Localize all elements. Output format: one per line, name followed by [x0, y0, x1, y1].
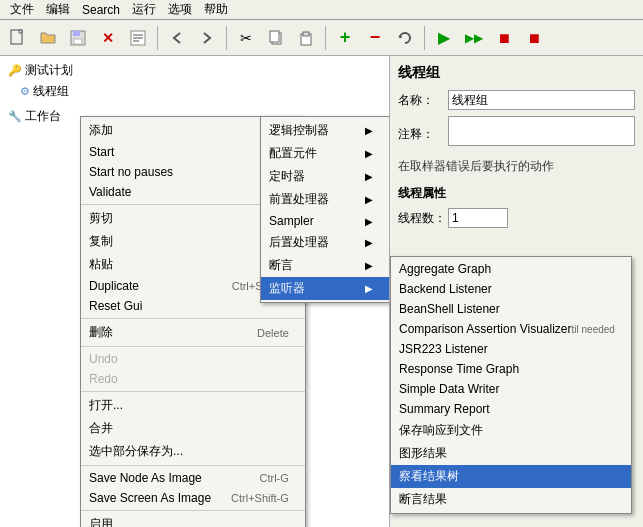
listener-jsr223[interactable]: JSR223 Listener — [391, 339, 631, 359]
workbench-icon: 🔧 — [8, 110, 22, 123]
svg-rect-9 — [270, 31, 279, 42]
submenu-sampler[interactable]: Sampler ▶ — [261, 211, 389, 231]
run-button[interactable]: ▶ — [430, 24, 458, 52]
separator-2 — [226, 26, 227, 50]
remove-button[interactable]: − — [361, 24, 389, 52]
stop-all-button[interactable]: ⏹ — [520, 24, 548, 52]
listener-graph-results[interactable]: 图形结果 — [391, 442, 631, 465]
left-panel: 🔑 测试计划 ⚙ 线程组 🔧 工作台 添加 ▶ Start Start no p — [0, 56, 390, 527]
listener-view-results-tree[interactable]: 察看结果树 — [391, 465, 631, 488]
add-button[interactable]: + — [331, 24, 359, 52]
ctx-save-node-image[interactable]: Save Node As Image Ctrl-G — [81, 468, 305, 488]
menu-file[interactable]: 文件 — [4, 0, 40, 20]
ctx-sep-3 — [81, 346, 305, 347]
comment-label: 注释： — [398, 126, 448, 143]
thread-count-label: 线程数： — [398, 210, 448, 227]
stop-button[interactable]: ⏹ — [490, 24, 518, 52]
toolbar: ✕ ✂ + − ▶ ▶▶ ⏹ ⏹ — [0, 20, 643, 56]
ctx-undo: Undo — [81, 349, 305, 369]
submenu-listener[interactable]: 监听器 ▶ — [261, 277, 389, 300]
copy-button[interactable] — [262, 24, 290, 52]
listener-beanshell[interactable]: BeanShell Listener — [391, 299, 631, 319]
listener-arrow-icon: ▶ — [365, 283, 373, 294]
ctx-sep-4 — [81, 391, 305, 392]
ctx-redo: Redo — [81, 369, 305, 389]
ctx-sep-6 — [81, 510, 305, 511]
listener-aggregate-graph[interactable]: Aggregate Graph — [391, 259, 631, 279]
pre-arrow-icon: ▶ — [365, 194, 373, 205]
save-button[interactable] — [64, 24, 92, 52]
submenu-config-element[interactable]: 配置元件 ▶ — [261, 142, 389, 165]
ctx-sep-2 — [81, 318, 305, 319]
menu-edit[interactable]: 编辑 — [40, 0, 76, 20]
cut-button[interactable]: ✂ — [232, 24, 260, 52]
test-plan-icon: 🔑 — [8, 64, 22, 77]
thread-props-title: 线程属性 — [398, 185, 635, 202]
new-button[interactable] — [4, 24, 32, 52]
ctx-enable[interactable]: 启用 — [81, 513, 305, 527]
submenu-assertion[interactable]: 断言 ▶ — [261, 254, 389, 277]
separator-1 — [157, 26, 158, 50]
listener-assertion-results[interactable]: 断言结果 — [391, 488, 631, 511]
listener-comparison[interactable]: Comparison Assertion Visualizer til need… — [391, 319, 631, 339]
ctx-save-screen-image[interactable]: Save Screen As Image Ctrl+Shift-G — [81, 488, 305, 508]
menu-run[interactable]: 运行 — [126, 0, 162, 20]
edit-button[interactable] — [124, 24, 152, 52]
action-note: 在取样器错误后要执行的动作 — [398, 158, 635, 175]
ctx-save-part[interactable]: 选中部分保存为... — [81, 440, 305, 463]
refresh-button[interactable] — [391, 24, 419, 52]
listener-backend[interactable]: Backend Listener — [391, 279, 631, 299]
separator-4 — [424, 26, 425, 50]
submenu-post-processor[interactable]: 后置处理器 ▶ — [261, 231, 389, 254]
back-button[interactable] — [163, 24, 191, 52]
menu-options[interactable]: 选项 — [162, 0, 198, 20]
menu-search[interactable]: Search — [76, 1, 126, 19]
forward-button[interactable] — [193, 24, 221, 52]
name-row: 名称： — [398, 90, 635, 110]
listener-response-time[interactable]: Response Time Graph — [391, 359, 631, 379]
tree-item-test-plan[interactable]: 🔑 测试计划 — [4, 60, 385, 81]
ctx-sep-5 — [81, 465, 305, 466]
tree-item-thread-group[interactable]: ⚙ 线程组 — [4, 81, 385, 102]
paste-button[interactable] — [292, 24, 320, 52]
run-no-stop-button[interactable]: ▶▶ — [460, 24, 488, 52]
menu-help[interactable]: 帮助 — [198, 0, 234, 20]
thread-group-icon: ⚙ — [20, 85, 30, 98]
sampler-arrow-icon: ▶ — [365, 216, 373, 227]
thread-count-row: 线程数： — [398, 208, 635, 228]
comment-row: 注释： — [398, 116, 635, 152]
menubar: 文件 编辑 Search 运行 选项 帮助 — [0, 0, 643, 20]
logic-arrow-icon: ▶ — [365, 125, 373, 136]
ctx-delete[interactable]: 删除 Delete — [81, 321, 305, 344]
open-button[interactable] — [34, 24, 62, 52]
config-arrow-icon: ▶ — [365, 148, 373, 159]
assertion-arrow-icon: ▶ — [365, 260, 373, 271]
submenu-listener: Aggregate Graph Backend Listener BeanShe… — [390, 256, 632, 514]
submenu-add: 逻辑控制器 ▶ 配置元件 ▶ 定时器 ▶ 前置处理器 ▶ Sampler ▶ 后… — [260, 116, 390, 303]
post-arrow-icon: ▶ — [365, 237, 373, 248]
separator-3 — [325, 26, 326, 50]
submenu-pre-processor[interactable]: 前置处理器 ▶ — [261, 188, 389, 211]
panel-title: 线程组 — [398, 64, 635, 82]
listener-simple-data[interactable]: Simple Data Writer — [391, 379, 631, 399]
submenu-timer[interactable]: 定时器 ▶ — [261, 165, 389, 188]
listener-save-response[interactable]: 保存响应到文件 — [391, 419, 631, 442]
close-button[interactable]: ✕ — [94, 24, 122, 52]
name-label: 名称： — [398, 92, 448, 109]
svg-rect-11 — [303, 32, 309, 36]
ctx-open[interactable]: 打开... — [81, 394, 305, 417]
timer-arrow-icon: ▶ — [365, 171, 373, 182]
comment-input[interactable] — [448, 116, 635, 146]
submenu-logic-controller[interactable]: 逻辑控制器 ▶ — [261, 119, 389, 142]
til-needed-label: til needed — [572, 324, 615, 335]
svg-rect-2 — [73, 31, 80, 36]
thread-count-input[interactable] — [448, 208, 508, 228]
listener-summary-report[interactable]: Summary Report — [391, 399, 631, 419]
ctx-merge[interactable]: 合并 — [81, 417, 305, 440]
name-input[interactable] — [448, 90, 635, 110]
svg-rect-3 — [74, 39, 82, 44]
